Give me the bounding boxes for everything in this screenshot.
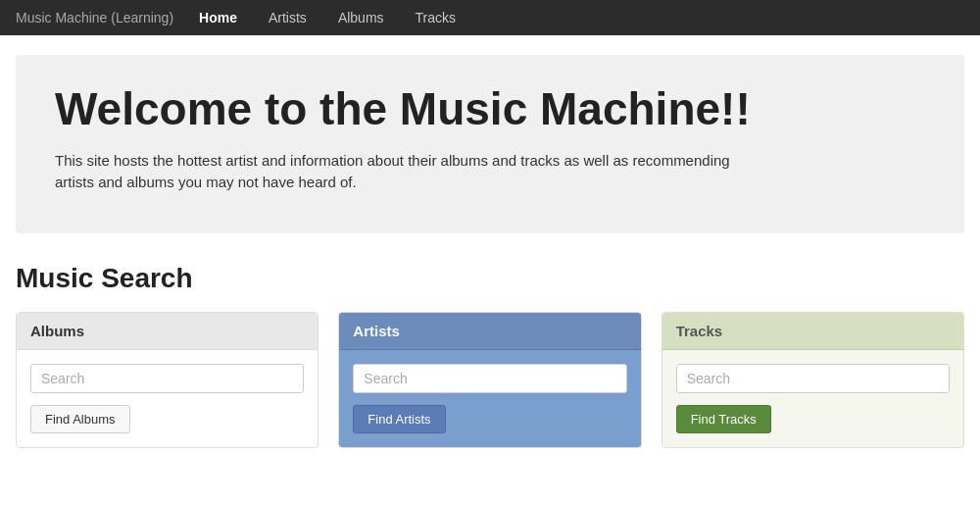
tracks-card: Tracks Find Tracks <box>662 312 964 448</box>
artists-card-header: Artists <box>339 313 640 350</box>
albums-card-body: Find Albums <box>17 350 318 447</box>
find-tracks-button[interactable]: Find Tracks <box>676 405 771 433</box>
hero-title: Welcome to the Music Machine!! <box>55 84 925 134</box>
tracks-card-header: Tracks <box>662 313 963 350</box>
artists-card: Artists Find Artists <box>338 312 641 448</box>
navbar: Music Machine (Learning) Home Artists Al… <box>0 0 980 35</box>
section-title: Music Search <box>16 263 964 294</box>
nav-item-albums[interactable]: Albums <box>332 8 390 27</box>
hero-banner: Welcome to the Music Machine!! This site… <box>16 55 964 233</box>
nav-item-tracks[interactable]: Tracks <box>410 8 462 27</box>
albums-search-input[interactable] <box>30 364 304 393</box>
albums-card: Albums Find Albums <box>16 312 318 448</box>
albums-card-header: Albums <box>17 313 318 350</box>
search-cards-container: Albums Find Albums Artists Find Artists … <box>16 312 964 448</box>
hero-description: This site hosts the hottest artist and i… <box>55 150 741 194</box>
artists-card-body: Find Artists <box>339 350 640 447</box>
nav-brand: Music Machine (Learning) <box>16 10 173 25</box>
nav-item-home[interactable]: Home <box>193 8 243 27</box>
tracks-search-input[interactable] <box>676 364 950 393</box>
search-section: Music Search Albums Find Albums Artists … <box>0 253 980 478</box>
find-artists-button[interactable]: Find Artists <box>353 405 445 433</box>
tracks-card-body: Find Tracks <box>662 350 963 447</box>
artists-search-input[interactable] <box>353 364 626 393</box>
nav-item-artists[interactable]: Artists <box>263 8 313 27</box>
find-albums-button[interactable]: Find Albums <box>30 405 130 433</box>
